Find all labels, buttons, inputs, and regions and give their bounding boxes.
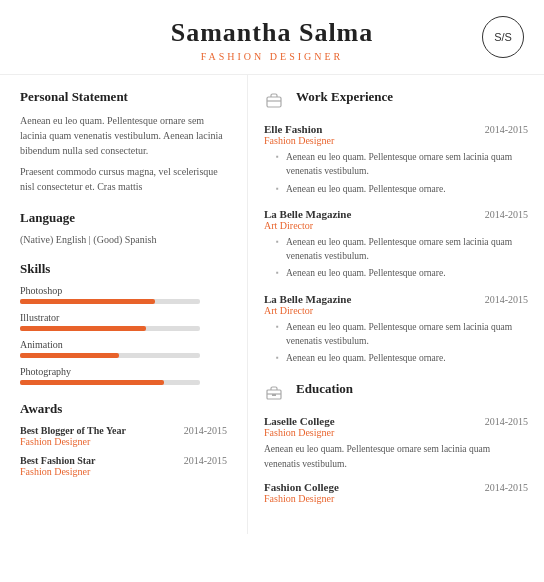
header-name: Samantha Salma [20, 18, 524, 48]
language-section: Language (Native) English | (Good) Spani… [20, 210, 227, 245]
award-subtitle: Fashion Designer [20, 436, 227, 447]
work-item-header: La Belle Magazine 2014-2015 [264, 293, 528, 305]
awards-section: Awards Best Blogger of The Year 2014-201… [20, 401, 227, 477]
list-item: Aenean eu leo quam. Pellentesque ornare … [276, 320, 528, 349]
work-company: La Belle Magazine [264, 208, 351, 220]
work-item: Elle Fashion 2014-2015 Fashion Designer … [264, 123, 528, 196]
skill-item: Animation [20, 339, 227, 358]
header: Samantha Salma FASHION DESIGNER S/S [0, 0, 544, 75]
education-section: Education Laselle College 2014-2015 Fash… [264, 381, 528, 504]
award-header: Best Fashion Star 2014-2015 [20, 455, 227, 466]
work-year: 2014-2015 [485, 124, 528, 135]
edu-year: 2014-2015 [485, 416, 528, 427]
list-item: Aenean eu leo quam. Pellentesque ornare. [276, 351, 528, 365]
work-experience-title: Work Experience [296, 89, 393, 105]
work-company: Elle Fashion [264, 123, 322, 135]
award-name: Best Blogger of The Year [20, 425, 126, 436]
edu-item-header: Laselle College 2014-2015 [264, 415, 528, 427]
award-name: Best Fashion Star [20, 455, 96, 466]
skill-bar-fill [20, 326, 146, 331]
skill-label: Photography [20, 366, 227, 377]
skill-bar-bg [20, 326, 200, 331]
edu-item: Fashion College 2014-2015 Fashion Design… [264, 481, 528, 504]
avatar: S/S [482, 16, 524, 58]
edu-school: Fashion College [264, 481, 339, 493]
briefcase-icon [264, 91, 288, 113]
work-item: La Belle Magazine 2014-2015 Art Director… [264, 208, 528, 281]
skill-bar-bg [20, 353, 200, 358]
work-bullets: Aenean eu leo quam. Pellentesque ornare … [264, 320, 528, 366]
right-column: Work Experience Elle Fashion 2014-2015 F… [248, 75, 544, 534]
edu-desc: Aenean eu leo quam. Pellentesque ornare … [264, 442, 528, 471]
work-item-header: Elle Fashion 2014-2015 [264, 123, 528, 135]
award-item: Best Fashion Star 2014-2015 Fashion Desi… [20, 455, 227, 477]
work-year: 2014-2015 [485, 294, 528, 305]
skills-container: Photoshop Illustrator Animation Photogra… [20, 285, 227, 385]
skill-label: Photoshop [20, 285, 227, 296]
work-role: Art Director [264, 220, 528, 231]
personal-text-1: Aenean eu leo quam. Pellentesque ornare … [20, 113, 227, 158]
edu-item-header: Fashion College 2014-2015 [264, 481, 528, 493]
award-header: Best Blogger of The Year 2014-2015 [20, 425, 227, 436]
list-item: Aenean eu leo quam. Pellentesque ornare. [276, 182, 528, 196]
award-item: Best Blogger of The Year 2014-2015 Fashi… [20, 425, 227, 447]
work-items-container: Elle Fashion 2014-2015 Fashion Designer … [264, 123, 528, 365]
award-year: 2014-2015 [184, 425, 227, 436]
edu-item: Laselle College 2014-2015 Fashion Design… [264, 415, 528, 471]
skill-bar-fill [20, 380, 164, 385]
skill-bar-fill [20, 353, 119, 358]
language-title: Language [20, 210, 227, 226]
personal-text-2: Praesent commodo cursus magna, vel scele… [20, 164, 227, 194]
work-experience-section: Work Experience Elle Fashion 2014-2015 F… [264, 89, 528, 365]
edu-role: Fashion Designer [264, 427, 528, 438]
work-item-header: La Belle Magazine 2014-2015 [264, 208, 528, 220]
skills-title: Skills [20, 261, 227, 277]
work-role: Fashion Designer [264, 135, 528, 146]
svg-rect-4 [272, 394, 276, 396]
skill-bar-fill [20, 299, 155, 304]
graduation-icon [264, 383, 288, 405]
list-item: Aenean eu leo quam. Pellentesque ornare. [276, 266, 528, 280]
work-bullets: Aenean eu leo quam. Pellentesque ornare … [264, 235, 528, 281]
language-text: (Native) English | (Good) Spanish [20, 234, 227, 245]
skills-section: Skills Photoshop Illustrator Animation P… [20, 261, 227, 385]
skill-item: Photoshop [20, 285, 227, 304]
skill-item: Photography [20, 366, 227, 385]
skill-bar-bg [20, 299, 200, 304]
personal-statement-title: Personal Statement [20, 89, 227, 105]
work-year: 2014-2015 [485, 209, 528, 220]
work-item: La Belle Magazine 2014-2015 Art Director… [264, 293, 528, 366]
edu-items-container: Laselle College 2014-2015 Fashion Design… [264, 415, 528, 504]
skill-label: Illustrator [20, 312, 227, 323]
awards-title: Awards [20, 401, 227, 417]
education-title: Education [296, 381, 353, 397]
skill-bar-bg [20, 380, 200, 385]
edu-year: 2014-2015 [485, 482, 528, 493]
award-subtitle: Fashion Designer [20, 466, 227, 477]
skill-label: Animation [20, 339, 227, 350]
left-column: Personal Statement Aenean eu leo quam. P… [0, 75, 248, 534]
work-company: La Belle Magazine [264, 293, 351, 305]
svg-rect-0 [267, 97, 281, 107]
work-experience-header: Work Experience [264, 89, 528, 113]
body: Personal Statement Aenean eu leo quam. P… [0, 75, 544, 534]
list-item: Aenean eu leo quam. Pellentesque ornare … [276, 235, 528, 264]
header-subtitle: FASHION DESIGNER [20, 51, 524, 62]
edu-role: Fashion Designer [264, 493, 528, 504]
award-year: 2014-2015 [184, 455, 227, 466]
education-header: Education [264, 381, 528, 405]
edu-school: Laselle College [264, 415, 335, 427]
work-bullets: Aenean eu leo quam. Pellentesque ornare … [264, 150, 528, 196]
skill-item: Illustrator [20, 312, 227, 331]
list-item: Aenean eu leo quam. Pellentesque ornare … [276, 150, 528, 179]
awards-container: Best Blogger of The Year 2014-2015 Fashi… [20, 425, 227, 477]
personal-statement-section: Personal Statement Aenean eu leo quam. P… [20, 89, 227, 194]
work-role: Art Director [264, 305, 528, 316]
